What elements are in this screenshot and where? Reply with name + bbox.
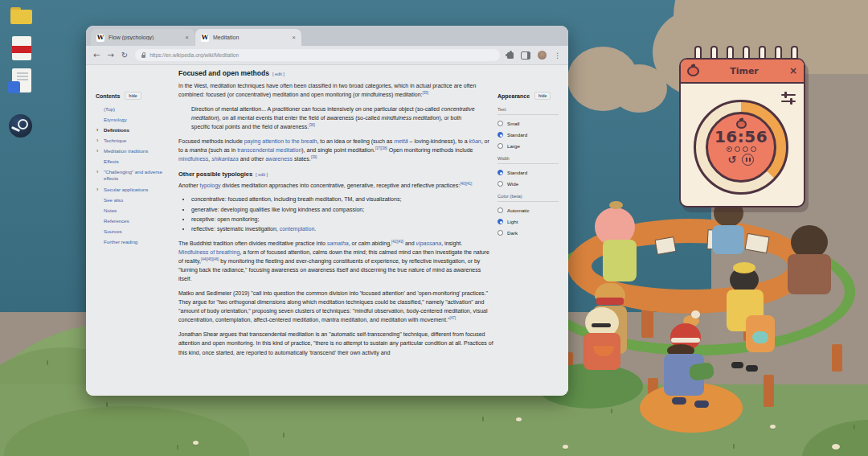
- extensions-icon[interactable]: [507, 52, 514, 59]
- paragraph: Matko and Sedlmeier (2019) "call into qu…: [178, 289, 493, 324]
- table-leg: [641, 307, 653, 338]
- desktop-icon-document-red[interactable]: [10, 36, 35, 62]
- text-segment: Jonathan Shear argues that transcendenta…: [178, 331, 493, 355]
- tab-meditation[interactable]: W Meditation ×: [195, 29, 301, 46]
- radio-icon: [497, 207, 503, 213]
- reference-link[interactable]: [40][41]: [460, 182, 472, 186]
- timer-restart-button[interactable]: ↺: [728, 154, 737, 165]
- list-item: concentrative: focused attention, includ…: [191, 195, 493, 203]
- reference-link[interactable]: [42][43]: [391, 240, 403, 244]
- radio-text-small[interactable]: Small: [497, 121, 568, 126]
- article-link[interactable]: mindfulness: [178, 156, 208, 162]
- article-link[interactable]: Mindfulness of breathing: [178, 249, 240, 255]
- paragraph: Another typology divides meditation appr…: [178, 181, 493, 190]
- article-link[interactable]: kōan: [469, 138, 481, 144]
- toc-item-etymology[interactable]: Etymology: [96, 117, 176, 123]
- steam-icon: [9, 114, 32, 138]
- forward-icon[interactable]: →: [107, 51, 113, 60]
- toc-item-notes[interactable]: Notes: [96, 207, 176, 214]
- chevron-right-icon[interactable]: ›: [96, 126, 98, 134]
- tab-title: Meditation: [213, 35, 288, 40]
- radio-text-large[interactable]: Large: [497, 143, 568, 149]
- article-link[interactable]: contemplation: [280, 226, 315, 232]
- chevron-right-icon[interactable]: ›: [96, 147, 98, 154]
- tab-close-icon[interactable]: ×: [292, 34, 296, 41]
- article-link[interactable]: vipassana: [416, 240, 442, 246]
- toc-item-definitions[interactable]: ›Definitions: [96, 127, 176, 134]
- tab-close-icon[interactable]: ×: [185, 34, 189, 41]
- toc-item-top[interactable]: (Top): [96, 106, 176, 113]
- timer-close-icon[interactable]: ×: [789, 66, 797, 76]
- article-link[interactable]: awareness: [265, 156, 293, 162]
- toc-item-meditation-traditions[interactable]: ›Meditation traditions: [96, 148, 176, 154]
- reload-icon[interactable]: ↻: [121, 51, 128, 60]
- radio-width-standard[interactable]: Standard: [497, 170, 568, 175]
- article-link[interactable]: paying attention to the breath: [244, 138, 317, 144]
- article-link[interactable]: typology: [199, 183, 220, 188]
- tab-title: Flow (psychology): [108, 35, 181, 40]
- desktop-icon-document-blue[interactable]: [10, 68, 35, 94]
- text-size-label: Text: [497, 107, 559, 115]
- chevron-right-icon[interactable]: ›: [96, 137, 98, 144]
- radio-color-dark[interactable]: Dark: [497, 230, 568, 236]
- grass-blade: [106, 402, 108, 407]
- tab-bar: W Flow (psychology) × W Meditation ×: [86, 26, 568, 46]
- reference-link[interactable]: [39]: [311, 155, 317, 159]
- profile-avatar[interactable]: [538, 51, 547, 60]
- radio-color-automatic[interactable]: Automatic: [497, 207, 568, 213]
- reference-link[interactable]: [36]: [309, 123, 315, 127]
- session-dot: [743, 146, 748, 152]
- timer-time: 16:56: [714, 129, 768, 146]
- timer-pause-button[interactable]: [742, 154, 754, 166]
- timer-settings-icon[interactable]: [781, 92, 796, 105]
- article-link[interactable]: samatha: [327, 240, 349, 246]
- toc-item-challenging[interactable]: ›"Challenging" and adverse effects: [96, 169, 176, 182]
- reference-link[interactable]: [35]: [423, 91, 429, 95]
- toc-item-references[interactable]: References: [96, 218, 176, 224]
- browser-toolbar: ← → ↻ https://en.wikipedia.org/wiki/Medi…: [86, 46, 568, 64]
- character-afro-body: [788, 254, 831, 294]
- browser-menu-icon[interactable]: ⋮: [554, 51, 561, 60]
- toc-item-technique[interactable]: ›Technique: [96, 138, 176, 144]
- paragraph: The Buddhist tradition often divides med…: [178, 239, 493, 283]
- chevron-right-icon[interactable]: ›: [96, 186, 98, 193]
- character-burger-patty: [596, 298, 624, 305]
- appearance-hide-button[interactable]: hide: [534, 92, 551, 100]
- flower: [563, 445, 568, 449]
- toc-item-effects[interactable]: Effects: [96, 158, 176, 165]
- desktop-icon-steam[interactable]: [9, 114, 33, 140]
- toc-item-secular-applications[interactable]: ›Secular applications: [96, 187, 176, 193]
- text-segment: generative: developing qualities like lo…: [191, 207, 364, 212]
- reference-link[interactable]: [47]: [449, 316, 456, 320]
- toc-item-sources[interactable]: Sources: [96, 228, 176, 235]
- back-icon[interactable]: ←: [93, 51, 100, 60]
- article-link[interactable]: shikantaza: [211, 156, 238, 162]
- character-pink-hat: [609, 201, 623, 209]
- timer-header[interactable]: Timer ×: [681, 60, 804, 84]
- edit-link[interactable]: [ edit ]: [256, 172, 268, 177]
- article-link[interactable]: mettā: [394, 138, 408, 144]
- chevron-right-icon[interactable]: ›: [96, 168, 98, 175]
- session-dot: [735, 146, 740, 152]
- radio-color-light[interactable]: Light: [497, 219, 568, 224]
- contents-hide-button[interactable]: hide: [125, 92, 141, 100]
- radio-text-standard[interactable]: Standard: [497, 132, 568, 138]
- toc-item-further-reading[interactable]: Further reading: [96, 239, 176, 245]
- radio-width-wide[interactable]: Wide: [497, 181, 568, 187]
- text-segment: reflective: systematic investigation,: [191, 226, 280, 232]
- cloud: [611, 64, 667, 113]
- text-segment: Open monitoring methods include: [387, 147, 473, 153]
- text-segment: mindfulness meditation: [382, 115, 440, 121]
- tab-flow-psychology[interactable]: W Flow (psychology) ×: [91, 29, 194, 46]
- side-panel-icon[interactable]: [521, 51, 530, 60]
- toc-item-see-also[interactable]: See also: [96, 197, 176, 203]
- bench-leg: [832, 344, 842, 372]
- reference-link[interactable]: [37][38]: [375, 146, 387, 150]
- reference-link[interactable]: [44][45][46]: [201, 257, 219, 261]
- grass-blade: [47, 360, 48, 365]
- address-bar[interactable]: https://en.wikipedia.org/wiki/Meditation: [135, 49, 500, 61]
- desktop-icon-folder[interactable]: [10, 7, 35, 33]
- section-heading: Focused and open methods[ edit ]: [178, 69, 493, 77]
- article-link[interactable]: transcendental meditation: [237, 147, 301, 153]
- edit-link[interactable]: [ edit ]: [272, 72, 285, 76]
